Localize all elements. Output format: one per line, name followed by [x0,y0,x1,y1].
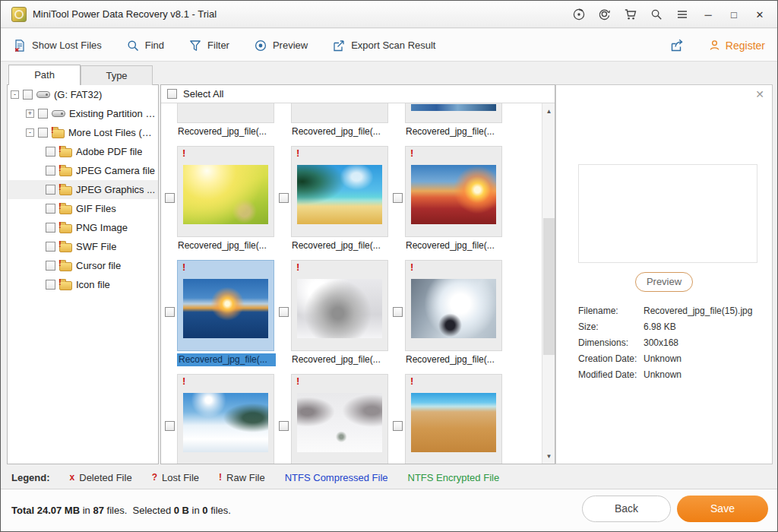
file-cell[interactable] [405,103,502,123]
file-cell[interactable]: ! [405,146,502,237]
detail-value: 300x168 [644,337,761,353]
file-checkbox[interactable] [165,307,175,317]
collapse-icon[interactable]: - [11,90,19,99]
maximize-button[interactable]: □ [721,4,747,25]
tree-checkbox[interactable] [23,90,33,100]
grid-header: Select All [161,85,555,103]
tree-checkbox[interactable] [46,147,55,157]
tree-checkbox[interactable] [46,242,55,252]
legend-ntfs-encrypted: NTFS Encrypted File [408,472,500,483]
tree-item-jpeg-graphics[interactable]: ! JPEG Graphics ... [8,180,158,199]
tree-item-existing-partition[interactable]: + Existing Partition (F... [8,104,158,123]
tree-checkbox[interactable] [46,185,55,195]
legend-bar: Legend: x Deleted File ? Lost File ! Raw… [1,466,777,489]
expand-icon[interactable]: + [26,109,34,118]
bootable-media-icon[interactable] [566,4,592,25]
find-button[interactable]: Find [126,39,164,52]
raw-file-mark: ! [182,147,185,159]
tree-checkbox[interactable] [46,204,55,214]
file-cell[interactable]: ! [291,146,388,237]
tree-checkbox[interactable] [38,128,48,138]
tab-type[interactable]: Type [81,65,153,85]
tree-checkbox[interactable] [46,223,55,233]
app-logo-icon [11,7,27,22]
lost-folder-icon: ! [59,224,72,233]
export-scan-result-button[interactable]: Export Scan Result [332,39,435,52]
scroll-down-arrow[interactable]: ▼ [542,450,555,462]
file-checkbox[interactable] [393,193,403,203]
file-label: Recovered_jpg_file(... [292,354,391,367]
preview-toolbar-button[interactable]: Preview [254,39,308,52]
tree-item-label: GIF Files [76,203,116,214]
file-cell[interactable]: ! [291,374,388,464]
tree-item-drive-g[interactable]: - (G: FAT32) [8,85,158,104]
lost-folder-icon: ! [59,186,72,195]
tree-checkbox[interactable] [46,280,55,290]
menu-icon[interactable] [669,4,695,25]
filter-icon [188,39,202,52]
scrollbar-thumb[interactable] [543,218,555,355]
legend-lost-file: ? Lost File [152,472,199,483]
show-lost-files-label: Show Lost Files [32,40,102,51]
file-checkbox[interactable] [393,421,403,431]
file-cell[interactable] [177,103,274,123]
tree-item-label: JPEG Camera file [76,165,155,176]
file-checkbox[interactable] [279,193,289,203]
select-all-checkbox[interactable] [167,89,177,99]
raw-file-mark: ! [182,375,185,387]
file-cell[interactable] [291,103,388,123]
register-button[interactable]: Register [708,39,765,52]
file-checkbox[interactable] [279,307,289,317]
file-checkbox[interactable] [165,421,175,431]
file-cell-selected[interactable]: ! [177,260,274,351]
minimize-button[interactable]: ─ [695,4,721,25]
support-icon[interactable] [592,4,618,25]
save-button[interactable]: Save [677,496,768,522]
file-cell[interactable]: ! [177,146,274,237]
tree-item-gif-files[interactable]: ! GIF Files [8,199,158,218]
file-label: Recovered_jpg_file(... [178,240,277,253]
tree-item-adobe-pdf[interactable]: ! Adobe PDF file [8,142,158,161]
file-cell[interactable]: ! [291,260,388,351]
file-cell[interactable]: ! [405,374,502,464]
preview-panel: ✕ Preview Filename: Recovered_jpg_file(1… [555,84,773,464]
file-label: Recovered_jpg_file(... [406,354,504,367]
tree-item-label: SWF File [76,241,116,252]
thumbnail [297,393,382,452]
scroll-up-arrow[interactable]: ▲ [542,105,555,117]
vertical-scrollbar[interactable]: ▲ ▼ [542,103,555,464]
share-icon[interactable] [664,35,690,56]
tree-checkbox[interactable] [46,261,55,271]
license-key-icon[interactable] [644,4,669,25]
tree-item-icon-file[interactable]: ! Icon file [8,275,158,294]
filter-button[interactable]: Filter [188,39,229,52]
panel-close-icon[interactable]: ✕ [753,88,767,100]
tree-checkbox[interactable] [38,109,48,119]
collapse-icon[interactable]: - [26,128,34,137]
cart-icon[interactable] [618,4,644,25]
tree-item-label: PNG Image [76,222,128,233]
back-button[interactable]: Back [582,496,671,522]
thumbnail [297,165,382,224]
file-cell[interactable]: ! [177,374,274,464]
show-lost-files-button[interactable]: Show Lost Files [13,39,102,52]
grid-body: Recovered_jpg_file(... Recovered_jpg_fil… [161,103,541,464]
close-button[interactable]: ✕ [747,4,773,25]
file-checkbox[interactable] [393,307,403,317]
legend-label: Raw File [226,472,265,483]
legend-deleted-file: x Deleted File [70,472,132,483]
file-checkbox[interactable] [279,421,289,431]
file-cell[interactable]: ! [405,260,502,351]
tree-item-png-image[interactable]: ! PNG Image [8,218,158,237]
tree-item-swf-file[interactable]: ! SWF File [8,237,158,256]
tree-item-jpeg-camera[interactable]: ! JPEG Camera file [8,161,158,180]
thumbnail [183,279,268,338]
tree-item-more-lost-files[interactable]: - ! More Lost Files (RA... [8,123,158,142]
tree-checkbox[interactable] [46,166,55,176]
legend-label: Deleted File [79,472,131,483]
preview-button[interactable]: Preview [635,272,693,292]
tab-path[interactable]: Path [8,65,81,85]
register-label: Register [726,40,765,52]
tree-item-cursor-file[interactable]: ! Cursor file [8,256,158,275]
file-checkbox[interactable] [165,193,175,203]
